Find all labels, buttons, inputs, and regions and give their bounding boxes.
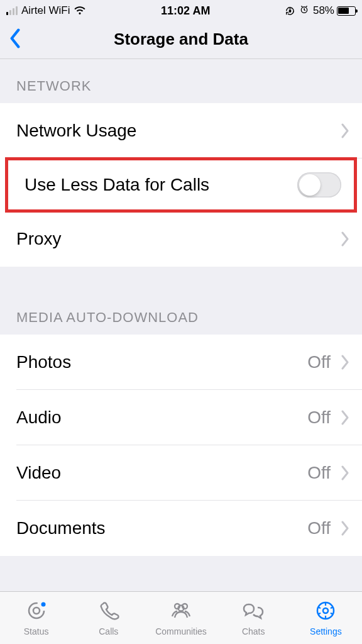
tab-chats[interactable]: Chats (217, 592, 290, 644)
video-label: Video (16, 463, 307, 483)
svg-point-9 (323, 608, 328, 613)
settings-icon (314, 600, 337, 624)
carrier-label: Airtel WiFi (21, 4, 70, 17)
communities-icon (170, 600, 192, 624)
use-less-data-row[interactable]: Use Less Data for Calls (5, 157, 357, 213)
proxy-row[interactable]: Proxy (0, 211, 362, 267)
chevron-right-icon (341, 355, 349, 370)
photos-value: Off (307, 352, 331, 372)
page-title: Storage and Data (114, 30, 248, 49)
tab-calls-label: Calls (99, 626, 118, 636)
chats-icon (242, 600, 265, 624)
alarm-icon (299, 4, 309, 18)
signal-bars-icon (6, 6, 18, 15)
use-less-data-label: Use Less Data for Calls (25, 175, 297, 195)
documents-label: Documents (16, 518, 307, 538)
tab-settings-label: Settings (310, 626, 342, 636)
back-button[interactable] (5, 25, 25, 55)
network-usage-label: Network Usage (16, 121, 337, 141)
status-time: 11:02 AM (161, 4, 210, 18)
video-value: Off (307, 463, 331, 483)
wifi-icon (74, 4, 86, 18)
documents-row[interactable]: Documents Off (0, 501, 362, 556)
tab-chats-label: Chats (242, 626, 265, 636)
tab-settings[interactable]: Settings (290, 592, 362, 644)
svg-point-4 (41, 602, 45, 606)
proxy-label: Proxy (16, 229, 337, 249)
tab-bar: Status Calls Communities Chats Settings (0, 591, 362, 644)
chevron-right-icon (341, 410, 349, 425)
tab-status[interactable]: Status (0, 592, 72, 644)
svg-point-3 (33, 608, 40, 614)
network-list: Network Usage Use Less Data for Calls Pr… (0, 103, 362, 267)
use-less-data-toggle[interactable] (297, 172, 341, 197)
status-icon (25, 600, 48, 624)
media-list: Photos Off Audio Off Video Off Documents… (0, 335, 362, 556)
tab-status-label: Status (24, 626, 49, 636)
battery-percent: 58% (313, 4, 334, 17)
video-row[interactable]: Video Off (0, 445, 362, 501)
photos-label: Photos (16, 352, 307, 372)
chevron-right-icon (341, 465, 349, 480)
audio-label: Audio (16, 408, 307, 428)
chevron-right-icon (341, 231, 349, 247)
section-header-media: MEDIA AUTO-DOWNLOAD (0, 267, 362, 335)
tab-calls[interactable]: Calls (72, 592, 145, 644)
section-header-network: NETWORK (0, 59, 362, 103)
photos-row[interactable]: Photos Off (0, 335, 362, 390)
status-bar: Airtel WiFi 11:02 AM 58% (0, 0, 362, 20)
orientation-lock-icon (285, 6, 295, 16)
highlight-frame: Use Less Data for Calls (0, 157, 362, 213)
chevron-right-icon (341, 123, 349, 138)
battery-icon (337, 6, 356, 16)
audio-row[interactable]: Audio Off (0, 390, 362, 445)
documents-value: Off (307, 518, 331, 538)
calls-icon (97, 600, 120, 624)
tab-communities-label: Communities (155, 626, 207, 636)
tab-communities[interactable]: Communities (145, 592, 217, 644)
svg-rect-0 (289, 9, 292, 12)
network-usage-row[interactable]: Network Usage (0, 103, 362, 158)
chevron-right-icon (341, 521, 349, 536)
nav-header: Storage and Data (0, 20, 362, 59)
audio-value: Off (307, 408, 331, 428)
